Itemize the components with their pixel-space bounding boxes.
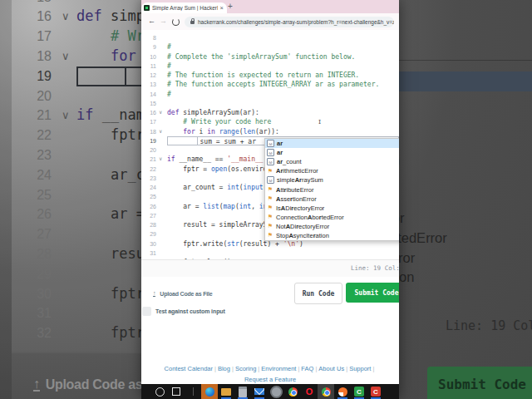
line-number: 30 — [12, 284, 62, 304]
autocomplete-item: ⚑ConnectionAbortedError — [399, 229, 532, 249]
run-code-button[interactable]: Run Code — [294, 283, 342, 304]
package-glyph — [239, 387, 247, 397]
autocomplete-dropdown: ωarωarωar_count⚑ArithmeticErrorωsimpleAr… — [264, 138, 399, 241]
mail-icon[interactable] — [251, 384, 268, 399]
fold-gutter — [62, 264, 76, 284]
autocomplete-label: ConnectionAbortedError — [399, 230, 447, 246]
footer-second-line: Request a Feature — [141, 370, 399, 385]
file-explorer-icon[interactable] — [218, 384, 234, 399]
code-text: def simpleArraySum(ar): — [167, 108, 399, 117]
line-number: 30 — [141, 239, 159, 249]
fold-arrow-icon[interactable]: ∨ — [159, 127, 167, 136]
file-explorer-glyph — [221, 388, 231, 396]
code-line[interactable]: 10# Complete the 'simpleArraySum' functi… — [141, 52, 399, 62]
custom-input-label: Test against custom input — [155, 308, 225, 314]
edge-icon[interactable] — [201, 384, 218, 399]
forward-icon[interactable]: → — [160, 17, 167, 26]
code-line[interactable]: 12# The function is expected to return a… — [141, 71, 399, 80]
fold-gutter — [159, 239, 167, 249]
fold-gutter — [159, 220, 167, 229]
chrome-icon[interactable] — [284, 384, 301, 399]
back-icon[interactable]: ← — [148, 17, 155, 26]
package-icon[interactable] — [234, 384, 251, 399]
tab-close-icon[interactable]: × — [220, 5, 224, 11]
new-tab-button[interactable]: + — [228, 2, 233, 11]
fold-gutter — [159, 33, 167, 42]
autocomplete-item: ωar — [399, 91, 532, 111]
address-bar[interactable]: hackerrank.com/challenges/simple-array-s… — [185, 17, 394, 27]
code-line[interactable]: 11# — [141, 62, 399, 71]
fold-arrow-icon[interactable]: ∨ — [159, 155, 167, 164]
autocomplete-label: simpleArraySum — [399, 152, 400, 168]
submit-code-button[interactable]: Submit Code — [346, 283, 399, 303]
chrome-profile-glyph — [322, 387, 331, 397]
separator-icon — [185, 384, 201, 399]
line-number: 21 — [12, 106, 62, 126]
code-line[interactable]: 9# — [141, 42, 399, 52]
media-player-glyph — [270, 386, 283, 398]
fold-gutter — [159, 71, 167, 80]
autocomplete-item: ⚑IsADirectoryError — [399, 209, 532, 229]
upload-arrow-icon: ↑ — [33, 378, 40, 392]
autocomplete-label: ar_count — [277, 158, 302, 165]
hackerrank-favicon-icon — [144, 5, 150, 11]
line-number: 13 — [141, 80, 159, 89]
fold-gutter — [159, 99, 167, 108]
request-a-feature-link[interactable]: Request a Feature — [244, 376, 296, 383]
task-view-icon[interactable] — [168, 384, 185, 399]
autocomplete-item[interactable]: ωar — [265, 139, 399, 148]
media-player-icon[interactable] — [268, 384, 284, 399]
autocomplete-item[interactable]: ⚑AttributeError — [265, 185, 399, 194]
line-number: 15 — [141, 99, 159, 108]
line-number: 23 — [141, 174, 159, 183]
line-number: 22 — [141, 165, 159, 174]
fold-gutter — [159, 183, 167, 192]
code-text: # — [167, 42, 399, 52]
upload-code-button[interactable]: ↑ Upload Code as File — [153, 290, 212, 297]
autocomplete-label: simpleArraySum — [277, 176, 323, 184]
line-number: 29 — [141, 229, 159, 239]
background-status-text: Line: 19 Col: — [446, 318, 532, 333]
fold-arrow-icon: ∨ — [62, 47, 76, 66]
cortana-icon[interactable] — [151, 384, 168, 399]
reload-icon[interactable] — [172, 18, 180, 26]
browser-tab[interactable]: Simple Array Sum | HackerRank × — [141, 2, 227, 13]
fold-gutter — [159, 229, 167, 239]
code-line[interactable]: 15 — [141, 99, 399, 108]
code-line[interactable]: 14# — [141, 90, 399, 99]
autocomplete-item[interactable]: ωsimpleArraySum — [265, 175, 399, 185]
custom-input-checkbox[interactable] — [142, 307, 151, 316]
code-line[interactable]: 31 — [141, 249, 399, 258]
code-line[interactable]: 18∨ for i in range(len(ar)): — [141, 127, 399, 136]
fold-arrow-icon[interactable]: ∨ — [159, 108, 167, 117]
editor-status-bar: Line: 19 Col: — [141, 259, 399, 277]
recorder-icon[interactable]: C — [367, 384, 384, 399]
fold-gutter — [159, 202, 167, 211]
autocomplete-item[interactable]: ωar_count — [265, 157, 399, 166]
line-number: 21 — [141, 155, 159, 164]
code-text: # The function accepts INTEGER_ARRAY ar … — [167, 80, 399, 89]
line-number: 11 — [141, 62, 159, 71]
autocomplete-label: StopAsyncIteration — [399, 269, 414, 285]
autocomplete-item[interactable]: ⚑IsADirectoryError — [265, 204, 399, 213]
autocomplete-item[interactable]: ⚑ArithmeticError — [265, 166, 399, 175]
upload-label: Upload Code as File — [160, 291, 212, 297]
code-line[interactable]: 13# The function accepts INTEGER_ARRAY a… — [141, 80, 399, 89]
line-number: 31 — [141, 249, 159, 258]
autocomplete-item[interactable]: ⚑ConnectionAbortedError — [265, 213, 399, 222]
fold-gutter — [159, 117, 167, 126]
autocomplete-item[interactable]: ⚑StopAsyncIteration — [265, 231, 399, 240]
opera-icon[interactable]: O — [301, 384, 318, 399]
code-line[interactable]: 16∨def simpleArraySum(ar): — [141, 108, 399, 117]
screenshot-root: 89#10# Complete the 'simpleArraySum' fun… — [0, 0, 532, 399]
camtasia-icon[interactable]: C — [351, 384, 367, 399]
code-line[interactable]: 8 — [141, 33, 399, 42]
brave-icon[interactable] — [334, 384, 351, 399]
code-line[interactable]: 17 # Write your code here — [141, 117, 399, 126]
autocomplete-item[interactable]: ⚑NotADirectoryError — [265, 222, 399, 231]
line-number: 32 — [12, 323, 62, 343]
autocomplete-item[interactable]: ωar — [265, 148, 399, 157]
chrome-profile-icon[interactable] — [318, 384, 334, 399]
opera-glyph: O — [306, 387, 313, 397]
autocomplete-item[interactable]: ⚑AssertionError — [265, 195, 399, 204]
